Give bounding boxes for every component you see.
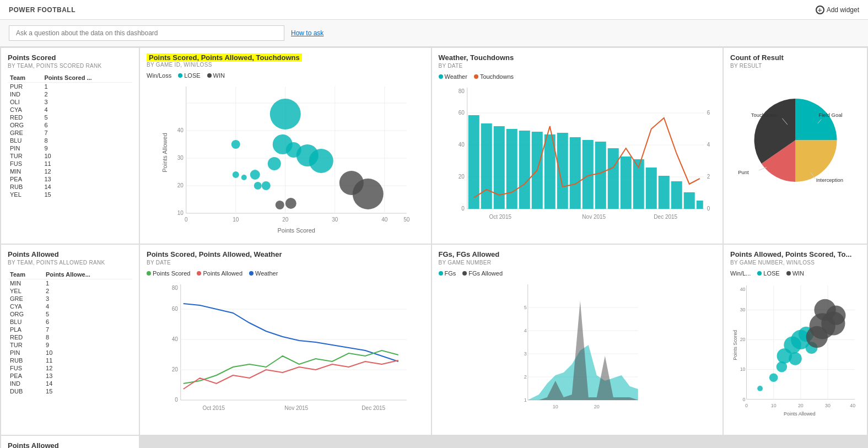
- svg-text:4: 4: [524, 328, 526, 333]
- add-widget-icon: +: [816, 6, 824, 14]
- app-header: POWER FOOTBALL + Add widget: [0, 0, 868, 20]
- scatter-wl-title: Points Scored, Points Allowed, Touchdown…: [149, 53, 300, 62]
- scatter-wl-subtitle: BY GAME ID, WIN/LOSS: [147, 62, 424, 68]
- how-to-ask-link[interactable]: How to ask: [291, 29, 324, 37]
- svg-text:0: 0: [461, 206, 465, 212]
- svg-text:60: 60: [172, 306, 179, 312]
- svg-point-32: [309, 149, 333, 173]
- svg-point-130: [757, 386, 763, 391]
- svg-text:0: 0: [745, 403, 748, 408]
- svg-text:Oct 2015: Oct 2015: [489, 214, 511, 220]
- svg-text:10: 10: [740, 366, 746, 372]
- touchdowns-label: Touchdowns: [480, 73, 514, 80]
- touchdowns-dot: [474, 74, 478, 79]
- svg-text:Nov 2015: Nov 2015: [582, 214, 606, 220]
- svg-text:40: 40: [740, 287, 746, 292]
- bar-chart-title: Points Allowed: [8, 441, 132, 448]
- col-team2: Team: [8, 270, 44, 279]
- table-row: DUB15: [8, 387, 132, 395]
- points-scored-widget: Points Scored BY TEAM, POINTS SCORED RAN…: [1, 48, 139, 244]
- lose-dot: [178, 73, 182, 78]
- points-allowed-subtitle: BY TEAM, POINTS ALLOWED RANK: [8, 260, 132, 266]
- add-widget-button[interactable]: + Add widget: [816, 6, 859, 14]
- svg-text:10: 10: [233, 217, 239, 223]
- scatter-wl-widget: Points Scored, Points Allowed, Touchdown…: [140, 48, 431, 244]
- svg-text:20: 20: [458, 174, 465, 180]
- add-widget-label: Add widget: [827, 6, 859, 14]
- fgs-widget: FGs, FGs Allowed BY GAME NUMBER FGs FGs …: [432, 245, 723, 435]
- svg-text:30: 30: [332, 217, 338, 223]
- count-result-subtitle: BY RESULT: [730, 63, 860, 69]
- svg-point-25: [250, 170, 260, 180]
- scatter-wl-chart: 10 20 30 40 0 10 20 30 40 50 Points Scor…: [147, 81, 424, 235]
- svg-point-33: [270, 99, 301, 129]
- svg-text:20: 20: [172, 366, 179, 373]
- svg-rect-63: [569, 137, 580, 209]
- table-row: RED8: [8, 333, 132, 341]
- svg-text:Field Goal: Field Goal: [818, 112, 842, 118]
- table-row: PIN9: [8, 144, 132, 152]
- scatter2-subtitle: BY GAME NUMBER, WIN/LOSS: [730, 260, 860, 266]
- svg-line-79: [759, 167, 767, 170]
- svg-text:60: 60: [458, 110, 465, 116]
- svg-text:1: 1: [524, 397, 526, 403]
- scatter2-title: Points Allowed, Points Scored, To...: [730, 250, 860, 258]
- table-row: PEA13: [8, 175, 132, 183]
- svg-point-35: [285, 198, 296, 209]
- svg-rect-58: [506, 129, 517, 209]
- svg-text:Points Allowed: Points Allowed: [161, 133, 168, 172]
- svg-rect-70: [658, 176, 669, 209]
- col-points-scored: Points Scored ...: [42, 73, 132, 83]
- count-result-widget: Count of Result BY RESULT Field Goal Tou…: [724, 48, 867, 244]
- wl-label2: Win/L...: [730, 270, 751, 277]
- svg-point-24: [241, 175, 247, 180]
- svg-rect-72: [683, 192, 694, 209]
- svg-text:20: 20: [177, 182, 184, 188]
- win-dot: [207, 73, 212, 78]
- bar-chart-widget: Points Allowed BY GAME NUMBER 1 5 2 25 3…: [1, 436, 139, 448]
- svg-point-28: [268, 157, 281, 170]
- svg-text:5: 5: [524, 305, 526, 310]
- table-row: BLU6: [8, 318, 132, 326]
- table-row: CYA4: [8, 106, 132, 114]
- svg-text:6: 6: [707, 110, 710, 116]
- scatter2-svg: 0 10 20 30 40 0 10 20 30 40 Points Score…: [730, 279, 860, 428]
- fgs-subtitle: BY GAME NUMBER: [439, 260, 716, 266]
- fgs-allowed-dot: [462, 271, 467, 276]
- search-input[interactable]: [9, 25, 284, 41]
- table-row: GRE3: [8, 295, 132, 303]
- win-label2: WIN: [792, 270, 804, 277]
- svg-point-22: [231, 140, 240, 149]
- svg-text:Oct 2015: Oct 2015: [202, 405, 225, 411]
- points-allowed-table: Team Points Allowe... MIN1YEL2GRE3CYA4OR…: [8, 270, 132, 395]
- svg-rect-65: [595, 142, 606, 209]
- allowed-dot: [197, 271, 201, 276]
- svg-text:30: 30: [825, 403, 831, 408]
- svg-text:Dec 2015: Dec 2015: [362, 405, 385, 411]
- svg-point-37: [353, 179, 384, 209]
- points-allowed-widget: Points Allowed BY TEAM, POINTS ALLOWED R…: [1, 245, 139, 435]
- svg-text:20: 20: [740, 337, 746, 342]
- svg-point-23: [233, 171, 239, 178]
- svg-text:30: 30: [177, 155, 184, 161]
- line-chart-subtitle: BY DATE: [147, 260, 424, 266]
- svg-text:2: 2: [524, 374, 526, 380]
- weather-dot2: [249, 271, 254, 276]
- scatter-wl-legend: Win/Loss LOSE WIN: [147, 72, 424, 79]
- svg-text:0: 0: [185, 217, 188, 223]
- table-row: YEL2: [8, 287, 132, 295]
- svg-text:80: 80: [458, 88, 465, 94]
- svg-text:20: 20: [798, 403, 804, 408]
- table-row: FUS11: [8, 160, 132, 168]
- col-team: Team: [8, 73, 42, 83]
- weather-touchdowns-title: Weather, Touchdowns: [439, 53, 716, 62]
- scored-label: Points Scored: [153, 270, 190, 277]
- svg-text:3: 3: [524, 351, 526, 357]
- table-row: RUB14: [8, 183, 132, 191]
- svg-text:40: 40: [172, 336, 179, 342]
- pie-chart: Field Goal Touchdown Punt Interception: [730, 73, 860, 233]
- svg-rect-56: [481, 123, 492, 209]
- svg-text:40: 40: [458, 142, 465, 148]
- weather-td-legend: Weather Touchdowns: [439, 73, 716, 80]
- fgs-label: FGs: [445, 270, 456, 277]
